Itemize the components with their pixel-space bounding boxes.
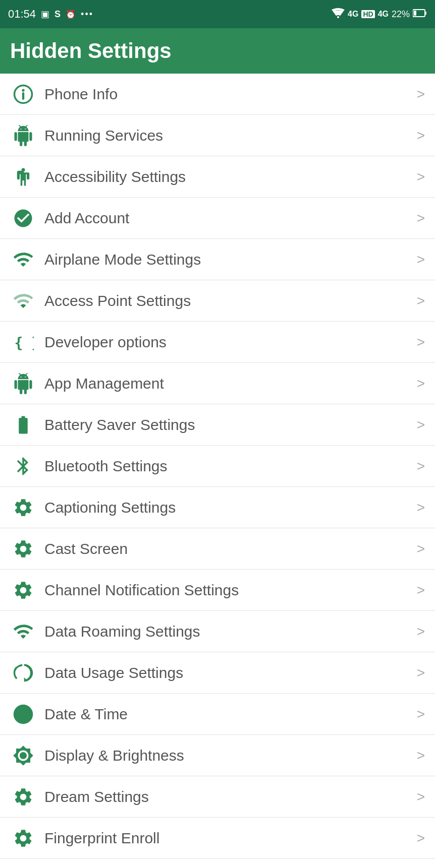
settings-item-cast-screen[interactable]: Cast Screen >	[0, 528, 435, 570]
settings-item-access-point[interactable]: Access Point Settings >	[0, 280, 435, 322]
settings-item-display-brightness[interactable]: Display & Brightness >	[0, 735, 435, 776]
settings-item-running-services[interactable]: Running Services >	[0, 115, 435, 156]
settings-item-developer-options[interactable]: { } Developer options >	[0, 322, 435, 363]
settings-item-phone-info[interactable]: Phone Info >	[0, 74, 435, 115]
item-chevron-channel-notification: >	[417, 582, 425, 598]
item-label-data-roaming: Data Roaming Settings	[44, 623, 413, 640]
svg-point-6	[22, 89, 24, 91]
gear-icon	[10, 536, 36, 562]
item-chevron-accessibility-settings: >	[417, 169, 425, 185]
sim-icon: ▣	[41, 9, 49, 20]
network-hd-icon: HD	[361, 10, 374, 18]
item-chevron-cast-screen: >	[417, 541, 425, 557]
item-chevron-app-management: >	[417, 376, 425, 392]
item-label-bluetooth: Bluetooth Settings	[44, 458, 413, 475]
accessibility-icon	[10, 164, 36, 190]
network-4g2-icon: 4G	[378, 10, 389, 19]
item-chevron-captioning: >	[417, 500, 425, 516]
settings-item-battery-saver[interactable]: Battery Saver Settings >	[0, 404, 435, 446]
svg-rect-3	[414, 11, 416, 16]
settings-item-data-usage[interactable]: Data Usage Settings >	[0, 652, 435, 694]
item-label-accessibility-settings: Accessibility Settings	[44, 168, 413, 185]
item-chevron-data-roaming: >	[417, 624, 425, 640]
app-header: Hidden Settings	[0, 28, 435, 74]
settings-item-captioning[interactable]: Captioning Settings >	[0, 487, 435, 528]
more-icon: •••	[81, 9, 93, 20]
item-label-app-management: App Management	[44, 375, 413, 392]
settings-item-accessibility-settings[interactable]: Accessibility Settings >	[0, 156, 435, 198]
item-chevron-airplane-mode: >	[417, 252, 425, 268]
clock-icon	[10, 701, 36, 727]
item-label-channel-notification: Channel Notification Settings	[44, 582, 413, 599]
item-chevron-add-account: >	[417, 210, 425, 226]
item-chevron-date-time: >	[417, 706, 425, 722]
settings-item-airplane-mode[interactable]: Airplane Mode Settings >	[0, 239, 435, 280]
brightness-icon	[10, 742, 36, 769]
status-time: 01:54	[8, 8, 36, 21]
android-icon	[10, 370, 36, 397]
info-icon	[10, 81, 36, 107]
item-label-cast-screen: Cast Screen	[44, 540, 413, 557]
svg-text:{ }: { }	[15, 334, 34, 351]
item-label-running-services: Running Services	[44, 127, 413, 144]
gear-icon	[10, 577, 36, 603]
item-label-add-account: Add Account	[44, 210, 413, 227]
battery-icon	[413, 9, 427, 20]
wifi-full-icon	[10, 618, 36, 645]
status-bar: 01:54 ▣ S ⏰ ••• 4G HD 4G 22%	[0, 0, 435, 28]
item-chevron-bluetooth: >	[417, 458, 425, 474]
item-label-display-brightness: Display & Brightness	[44, 747, 413, 764]
clock-status-icon: ⏰	[66, 10, 76, 19]
item-label-access-point: Access Point Settings	[44, 292, 413, 309]
item-label-captioning: Captioning Settings	[44, 499, 413, 516]
network-4g-icon: 4G	[348, 10, 358, 19]
item-chevron-battery-saver: >	[417, 417, 425, 433]
settings-item-data-roaming[interactable]: Data Roaming Settings >	[0, 611, 435, 652]
code-icon: { }	[10, 329, 36, 355]
settings-item-date-time[interactable]: Date & Time >	[0, 694, 435, 735]
item-label-phone-info: Phone Info	[44, 86, 413, 103]
status-left: 01:54 ▣ S ⏰ •••	[8, 8, 93, 21]
battery-percent: 22%	[392, 9, 410, 20]
android-icon	[10, 122, 36, 149]
item-chevron-data-usage: >	[417, 665, 425, 681]
settings-item-bluetooth[interactable]: Bluetooth Settings >	[0, 446, 435, 487]
item-label-data-usage: Data Usage Settings	[44, 664, 413, 681]
item-label-dream-settings: Dream Settings	[44, 788, 413, 805]
wifi-partial-icon	[10, 288, 36, 314]
settings-item-channel-notification[interactable]: Channel Notification Settings >	[0, 570, 435, 611]
item-chevron-access-point: >	[417, 293, 425, 309]
settings-item-app-management[interactable]: App Management >	[0, 363, 435, 404]
wifi-full-icon	[10, 246, 36, 273]
gear-icon	[10, 784, 36, 810]
item-label-fingerprint-enroll: Fingerprint Enroll	[44, 830, 413, 847]
settings-item-fingerprint-enroll[interactable]: Fingerprint Enroll >	[0, 818, 435, 859]
gear-icon	[10, 825, 36, 851]
svg-point-0	[337, 16, 339, 18]
account-icon	[10, 205, 36, 231]
item-chevron-developer-options: >	[417, 334, 425, 350]
svg-rect-2	[425, 12, 426, 15]
item-label-battery-saver: Battery Saver Settings	[44, 416, 413, 433]
item-chevron-display-brightness: >	[417, 748, 425, 764]
battery-icon	[10, 412, 36, 438]
item-label-developer-options: Developer options	[44, 334, 413, 351]
item-label-airplane-mode: Airplane Mode Settings	[44, 251, 413, 268]
settings-item-dream-settings[interactable]: Dream Settings >	[0, 776, 435, 818]
item-chevron-fingerprint-enroll: >	[417, 830, 425, 846]
item-chevron-phone-info: >	[417, 86, 425, 102]
item-chevron-dream-settings: >	[417, 789, 425, 805]
s-icon: S	[55, 9, 61, 20]
item-label-date-time: Date & Time	[44, 706, 413, 723]
settings-list: Phone Info > Running Services > Accessib…	[0, 74, 435, 859]
bluetooth-icon	[10, 453, 36, 479]
data-usage-icon	[10, 660, 36, 686]
settings-item-add-account[interactable]: Add Account >	[0, 198, 435, 239]
app-title: Hidden Settings	[10, 39, 172, 63]
item-chevron-running-services: >	[417, 128, 425, 144]
gear-icon	[10, 494, 36, 521]
status-right: 4G HD 4G 22%	[332, 8, 427, 21]
wifi-status-icon	[332, 8, 345, 21]
